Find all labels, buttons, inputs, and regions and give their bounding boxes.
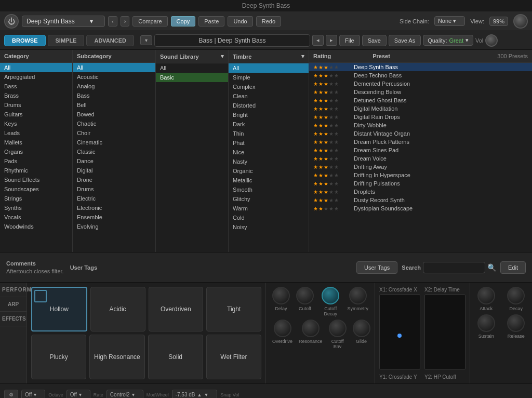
arp-tab[interactable]: ARP: [0, 297, 26, 312]
effects-tab[interactable]: EFFECTS: [0, 312, 26, 326]
subcategory-item[interactable]: Classic: [73, 147, 155, 156]
snapvol-stepper-down[interactable]: ▼: [204, 392, 208, 397]
preset-row[interactable]: ★★★★★Dream Voice: [309, 154, 532, 163]
category-item[interactable]: Soundscapes: [0, 184, 72, 194]
saveas-button[interactable]: Save As: [389, 35, 421, 46]
timbre-item[interactable]: Glitchy: [229, 194, 309, 204]
subcategory-item[interactable]: Ensemble: [73, 213, 155, 222]
preset-row[interactable]: ★★★★★Dusty Record Synth: [309, 196, 532, 204]
timbre-item[interactable]: Dark: [229, 120, 309, 129]
subcategory-item[interactable]: Chaotic: [73, 119, 155, 128]
pad-cell[interactable]: Hollow: [31, 287, 87, 331]
category-item[interactable]: Woodwinds: [0, 222, 72, 231]
preset-row[interactable]: ★★★★★Digital Rain Drops: [309, 113, 532, 121]
subcategory-item[interactable]: Choir: [73, 128, 155, 138]
compare-button[interactable]: Compare: [132, 16, 167, 26]
copy-button[interactable]: Copy: [171, 16, 196, 26]
timbre-item[interactable]: Simple: [229, 73, 309, 82]
category-item[interactable]: Rhythmic: [0, 166, 72, 175]
category-item[interactable]: Organs: [0, 147, 72, 156]
snapvol-dropdown[interactable]: -7.53 dB ▲ ▼: [172, 390, 218, 398]
preset-dropdown[interactable]: Deep Synth Bass: [22, 16, 105, 27]
adsr-knob-release[interactable]: [507, 314, 525, 332]
power-button[interactable]: ⏻: [4, 14, 19, 29]
category-item[interactable]: Pads: [0, 156, 72, 166]
subcategory-item[interactable]: Cinematic: [73, 138, 155, 147]
preset-row[interactable]: ★★★★★Drifting In Hyperspace: [309, 171, 532, 179]
category-item[interactable]: All: [0, 63, 72, 72]
search-input[interactable]: [423, 262, 485, 273]
subcategory-item[interactable]: Bell: [73, 100, 155, 110]
category-item[interactable]: Arpeggiated: [0, 72, 72, 82]
knob[interactable]: [349, 287, 367, 304]
sidechain-select[interactable]: None: [434, 16, 465, 26]
timbre-item[interactable]: Metallic: [229, 176, 309, 185]
vol-knob-browser[interactable]: [485, 34, 498, 47]
timbre-item[interactable]: Clean: [229, 91, 309, 101]
category-item[interactable]: Mallets: [0, 138, 72, 147]
preset-row[interactable]: ★★★★★Descending Below: [309, 88, 532, 96]
category-item[interactable]: Strings: [0, 194, 72, 203]
subcategory-item[interactable]: Analog: [73, 82, 155, 91]
preset-row[interactable]: ★★★★★Droplets: [309, 188, 532, 196]
preset-row[interactable]: ★★★★★Digital Meditation: [309, 104, 532, 113]
category-item[interactable]: Sound Effects: [0, 175, 72, 184]
subcategory-item[interactable]: Bass: [73, 91, 155, 100]
snapvol-stepper-up[interactable]: ▲: [197, 392, 202, 397]
gear-button[interactable]: ⚙: [4, 390, 18, 398]
redo-button[interactable]: Redo: [256, 16, 281, 26]
user-tags-button[interactable]: User Tags: [356, 261, 397, 274]
nav-forward-button[interactable]: ›: [121, 16, 130, 26]
pad-cell[interactable]: Solid: [148, 335, 203, 379]
preset-row[interactable]: ★★★★★Distant Vintage Organ: [309, 129, 532, 138]
preset-row[interactable]: ★★★★★Drifting Away: [309, 163, 532, 171]
file-button[interactable]: File: [339, 35, 360, 46]
subcategory-item[interactable]: Acoustic: [73, 72, 155, 82]
sound-library-item[interactable]: Basic: [156, 73, 228, 82]
timbre-item[interactable]: Organic: [229, 166, 309, 176]
pad-cell[interactable]: Acidic: [90, 287, 145, 331]
subcategory-item[interactable]: Electric: [73, 194, 155, 203]
category-item[interactable]: Leads: [0, 128, 72, 138]
sound-library-item[interactable]: All: [156, 63, 228, 73]
pad-cell[interactable]: Overdriven: [149, 287, 204, 331]
tab-browse[interactable]: BROWSE: [4, 35, 46, 46]
vol-knob[interactable]: [513, 14, 528, 29]
subcategory-item[interactable]: All: [73, 63, 155, 72]
category-item[interactable]: Drums: [0, 100, 72, 110]
tab-simple[interactable]: SIMPLE: [48, 35, 85, 46]
category-item[interactable]: Brass: [0, 91, 72, 100]
undo-button[interactable]: Undo: [228, 16, 252, 26]
preset-row[interactable]: ★★★★★Detuned Ghost Bass: [309, 96, 532, 104]
timbre-item[interactable]: Complex: [229, 82, 309, 91]
category-item[interactable]: Keys: [0, 119, 72, 128]
subcategory-item[interactable]: Bowed: [73, 110, 155, 119]
subcategory-item[interactable]: Drone: [73, 175, 155, 184]
search-icon[interactable]: 🔍: [487, 263, 496, 272]
timbre-item[interactable]: Thin: [229, 129, 309, 138]
subcategory-item[interactable]: Electronic: [73, 203, 155, 213]
subcategory-item[interactable]: Evolving: [73, 222, 155, 231]
timbre-item[interactable]: Cold: [229, 213, 309, 222]
tab-advanced[interactable]: ADVANCED: [86, 35, 134, 46]
adsr-knob-attack[interactable]: [477, 287, 495, 304]
pad-cell[interactable]: Plucky: [31, 335, 86, 379]
nav-back-button[interactable]: ‹: [108, 16, 117, 26]
knob[interactable]: [353, 320, 370, 337]
category-item[interactable]: Guitars: [0, 110, 72, 119]
subcategory-item[interactable]: Digital: [73, 166, 155, 175]
preset-row[interactable]: ★★★★★Deep Synth Bass: [309, 63, 532, 71]
preset-row[interactable]: ★★★★★Dream Pluck Patterns: [309, 138, 532, 146]
nav-chevron-down[interactable]: ▾: [140, 35, 152, 45]
knob[interactable]: [302, 320, 320, 337]
timbre-item[interactable]: Smooth: [229, 185, 309, 194]
timbre-item[interactable]: Noisy: [229, 222, 309, 232]
knob[interactable]: [329, 320, 347, 337]
timbre-item[interactable]: Distorted: [229, 101, 309, 110]
breadcrumb-prev[interactable]: ◂: [312, 35, 324, 46]
rate-dropdown[interactable]: Off: [66, 390, 90, 398]
adsr-knob-sustain[interactable]: [477, 314, 495, 332]
view-select[interactable]: 99%: [489, 17, 508, 26]
xy-pad-x2-area[interactable]: [424, 294, 466, 370]
timbre-item[interactable]: All: [229, 63, 309, 73]
